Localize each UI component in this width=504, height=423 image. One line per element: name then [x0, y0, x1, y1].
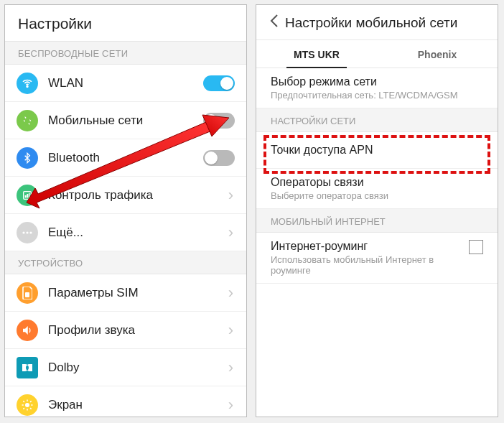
dolby-icon	[17, 357, 38, 378]
roaming-checkbox[interactable]	[469, 240, 483, 254]
row-label: Ещё...	[48, 226, 227, 240]
chevron-right-icon: ›	[227, 223, 235, 242]
row-label: Dolby	[48, 361, 227, 375]
header-title: Настройки мобильной сети	[285, 15, 457, 31]
row-display[interactable]: Экран ›	[5, 386, 246, 417]
wlan-toggle[interactable]	[203, 75, 235, 91]
row-label: WLAN	[48, 76, 203, 90]
row-title: Выбор режима сети	[271, 75, 483, 88]
row-subtitle: Предпочтительная сеть: LTE/WCDMA/GSM	[271, 90, 483, 101]
section-network-settings: НАСТРОЙКИ СЕТИ	[256, 108, 498, 132]
page-title: Настройки	[5, 5, 246, 42]
tab-mts-ukr[interactable]: MTS UKR	[256, 40, 377, 68]
row-label: Мобильные сети	[48, 113, 203, 128]
sim-icon	[17, 282, 38, 304]
row-subtitle: Использовать мобильный Интернет в роумин…	[271, 254, 462, 276]
row-mobile-networks[interactable]: Мобильные сети	[5, 102, 246, 139]
row-subtitle: Выберите оператора связи	[271, 190, 483, 201]
svg-line-15	[23, 401, 24, 402]
section-mobile-internet: МОБИЛЬНЫЙ ИНТЕРНЕТ	[256, 209, 498, 233]
header-bar: Настройки мобильной сети	[256, 5, 498, 40]
settings-panel: Настройки БЕСПРОВОДНЫЕ СЕТИ WLAN Мобильн…	[4, 4, 247, 417]
row-more[interactable]: Ещё... ›	[5, 214, 246, 251]
sound-icon	[17, 320, 38, 341]
svg-point-5	[22, 231, 24, 233]
svg-line-18	[30, 401, 32, 402]
mobile-data-icon	[17, 110, 38, 131]
back-button[interactable]	[263, 14, 285, 32]
mobile-toggle[interactable]	[203, 113, 235, 129]
svg-line-16	[30, 408, 32, 409]
row-bluetooth[interactable]: Bluetooth	[5, 139, 246, 177]
traffic-icon	[17, 185, 38, 206]
row-sound[interactable]: Профили звука ›	[5, 312, 246, 349]
row-label: Параметры SIM	[48, 286, 227, 300]
svg-point-0	[27, 85, 28, 87]
row-title: Операторы связи	[271, 176, 483, 189]
row-label: Экран	[48, 398, 227, 412]
display-icon	[17, 394, 38, 416]
chevron-right-icon: ›	[227, 284, 235, 302]
row-sim[interactable]: Параметры SIM ›	[5, 274, 246, 312]
row-network-mode[interactable]: Выбор режима сети Предпочтительная сеть:…	[256, 68, 498, 108]
bluetooth-toggle[interactable]	[203, 150, 235, 166]
row-roaming[interactable]: Интернет-роуминг Использовать мобильный …	[256, 233, 498, 284]
row-label: Профили звука	[48, 323, 227, 338]
row-label: Bluetooth	[48, 151, 203, 165]
section-device: УСТРОЙСТВО	[5, 251, 246, 274]
row-traffic[interactable]: Контроль трафика ›	[5, 177, 246, 214]
svg-point-6	[26, 231, 28, 233]
tab-phoenix[interactable]: Phoenix	[377, 40, 498, 68]
row-wlan[interactable]: WLAN	[5, 65, 246, 102]
svg-rect-4	[29, 192, 29, 197]
mobile-network-panel: Настройки мобильной сети MTS UKR Phoenix…	[256, 4, 498, 417]
row-operators[interactable]: Операторы связи Выберите оператора связи	[256, 169, 498, 209]
row-dolby[interactable]: Dolby ›	[5, 349, 246, 386]
row-label: Контроль трафика	[48, 188, 227, 203]
wifi-icon	[17, 73, 38, 94]
more-icon	[17, 222, 38, 243]
svg-rect-2	[25, 195, 27, 197]
chevron-right-icon: ›	[227, 358, 235, 377]
row-title: Интернет-роуминг	[271, 240, 462, 253]
svg-point-10	[25, 403, 29, 407]
row-title: Точки доступа APN	[271, 144, 483, 157]
row-apn[interactable]: Точки доступа APN	[256, 132, 498, 169]
bluetooth-icon	[17, 147, 38, 169]
section-wireless: БЕСПРОВОДНЫЕ СЕТИ	[5, 42, 246, 65]
chevron-right-icon: ›	[227, 396, 235, 414]
svg-rect-8	[25, 292, 29, 297]
svg-rect-3	[27, 194, 28, 197]
chevron-right-icon: ›	[227, 321, 235, 340]
svg-line-17	[23, 408, 24, 409]
svg-point-7	[29, 231, 32, 233]
chevron-right-icon: ›	[227, 186, 235, 205]
sim-tabs: MTS UKR Phoenix	[256, 40, 498, 68]
